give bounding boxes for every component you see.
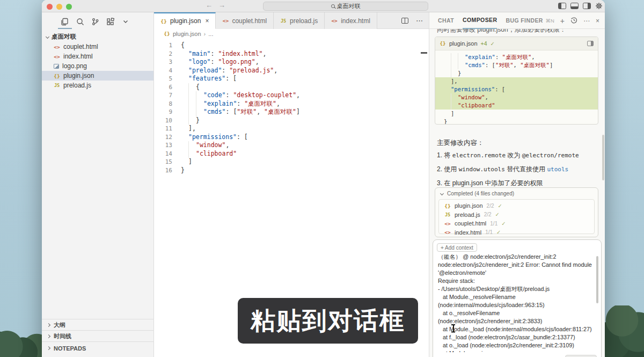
error-line: node:electron/js2c/renderer_init:2 Error… <box>438 261 594 269</box>
submit-button[interactable]: submit ↵ <box>565 355 597 357</box>
source-control-icon[interactable] <box>90 16 100 27</box>
file-item-index.html[interactable]: <>index.html <box>42 52 153 61</box>
line-number: 6 <box>154 83 172 92</box>
close-window-button[interactable] <box>47 4 53 10</box>
error-line: （匿名） @ node:electron/js2c/renderer_init:… <box>438 253 594 261</box>
toggle-right-sidebar-icon[interactable] <box>583 3 591 9</box>
code-token: : [ <box>226 108 237 116</box>
sidebar-view-switcher <box>42 12 153 30</box>
change-count: 1/1 <box>485 229 493 235</box>
composer-panel: CHAT COMPOSER BUG FINDER ⌘N + ⋯ × 同时需要修改… <box>429 12 605 357</box>
code-line: { <box>181 83 429 92</box>
file-item-couplet.html[interactable]: <>couplet.html <box>42 42 153 52</box>
forward-arrow-icon[interactable]: → <box>218 1 225 9</box>
code-token: ] <box>451 110 454 118</box>
check-icon: ✓ <box>495 212 500 217</box>
extensions-icon[interactable] <box>105 16 115 27</box>
inline-code: @electron/remote <box>522 152 579 159</box>
new-chat-icon[interactable]: + <box>560 17 565 25</box>
minimize-window-button[interactable] <box>56 4 62 10</box>
maximize-window-button[interactable] <box>66 4 72 10</box>
search-view-icon[interactable] <box>75 16 85 27</box>
file-tree: <>couplet.html<>index.htmllogo.png{}plug… <box>42 42 153 90</box>
history-icon[interactable] <box>570 17 577 25</box>
subtitle-text: 粘贴到对话框 <box>251 304 405 338</box>
indent-guide <box>458 61 465 69</box>
code-line: ], <box>435 77 598 85</box>
tab-close-icon[interactable]: × <box>205 17 209 25</box>
code-token: , <box>485 93 488 101</box>
image-file-icon <box>54 64 59 69</box>
diff-code-body: "explain": "桌面对联","cmds": ["对联", "桌面对联"]… <box>435 50 598 125</box>
indent-guide <box>451 93 458 101</box>
line-number-gutter: 12345678910111213141516 <box>154 41 172 174</box>
code-line: "logo": "logo.png", <box>181 58 429 67</box>
completed-file-plugin.json[interactable]: {}plugin.json2/2✓ <box>439 201 594 210</box>
file-item-plugin.json[interactable]: {}plugin.json <box>42 71 153 81</box>
code-token: "桌面对联" <box>502 53 532 61</box>
code-token: { <box>196 83 200 92</box>
sidebar-section-outline[interactable]: 大纲 <box>42 319 153 330</box>
tree-root-folder[interactable]: 桌面对联 <box>42 31 153 42</box>
toggle-left-sidebar-icon[interactable] <box>558 3 566 9</box>
html-file-icon: <> <box>444 229 451 235</box>
file-name: index.html <box>455 229 481 236</box>
tab-label: preload.js <box>290 17 318 25</box>
input-scrollbar[interactable] <box>596 256 598 303</box>
completed-file-index.html[interactable]: <>index.html1/1✓ <box>439 228 594 237</box>
code-line: "clipboard" <box>435 101 598 110</box>
split-editor-icon[interactable] <box>401 18 408 24</box>
breadcrumb[interactable]: {} plugin.json › ... <box>154 29 429 38</box>
add-context-button[interactable]: + Add context <box>437 243 477 252</box>
back-arrow-icon[interactable]: ← <box>206 1 213 9</box>
code-token: "cmds" <box>465 61 485 69</box>
code-token: "clipboard" <box>196 150 237 158</box>
tab-plugin.json[interactable]: {}plugin.json× <box>154 12 216 29</box>
pasted-error-text[interactable]: （匿名） @ node:electron/js2c/renderer_init:… <box>438 253 594 352</box>
completed-file-preload.js[interactable]: JSpreload.js2/2✓ <box>439 210 594 220</box>
file-item-preload.js[interactable]: JSpreload.js <box>42 81 153 90</box>
file-item-logo.png[interactable]: logo.png <box>42 61 153 71</box>
code-line: "features": [ <box>181 75 429 83</box>
tab-couplet.html[interactable]: <>couplet.html <box>216 12 274 29</box>
completed-header[interactable]: Completed (4 files changed) <box>435 188 598 199</box>
code-token: } <box>444 118 447 125</box>
command-center-search[interactable]: 桌面对联 <box>263 2 428 11</box>
sidebar-section-notepads[interactable]: NOTEPADS <box>42 341 153 357</box>
code-token: "desktop-couplet" <box>233 91 296 100</box>
tab-label: plugin.json <box>170 17 201 25</box>
tab-bug-finder[interactable]: BUG FINDER <box>506 12 543 29</box>
toggle-bottom-panel-icon[interactable] <box>570 3 579 9</box>
code-line: "cmds": ["对联", "桌面对联"] <box>181 108 429 116</box>
panel-scrollbar[interactable] <box>602 135 604 180</box>
explorer-icon[interactable] <box>59 16 70 27</box>
summary-text: 替代直接使用 <box>505 165 547 173</box>
file-name: plugin.json <box>63 72 94 79</box>
editor-more-actions-icon[interactable]: ⋯ <box>416 17 423 25</box>
tab-chat[interactable]: CHAT <box>438 12 454 29</box>
code-line: } <box>444 118 598 125</box>
scroll-position-marker[interactable] <box>421 52 427 54</box>
diff-card-header[interactable]: {} plugin.json +4 ✓ <box>435 37 598 50</box>
indent-guide <box>181 133 188 142</box>
tab-index.html[interactable]: <>index.html <box>325 12 377 29</box>
panel-close-icon[interactable]: × <box>596 17 599 25</box>
error-line: at o._load (node:electron/js2c/renderer_… <box>438 341 594 349</box>
line-number: 4 <box>154 67 172 75</box>
open-file-icon[interactable] <box>587 41 594 46</box>
diff-code-card: {} plugin.json +4 ✓ "explain": "桌面对联","c… <box>435 37 598 125</box>
code-token: : <box>211 50 218 59</box>
sidebar-section-timeline[interactable]: 时间线 <box>42 330 153 341</box>
chat-input-box[interactable]: + Add context （匿名） @ node:electron/js2c/… <box>433 239 602 357</box>
tab-composer[interactable]: COMPOSER <box>463 12 497 29</box>
tab-preload.js[interactable]: JSpreload.js <box>274 12 325 29</box>
code-token: : <box>222 67 229 75</box>
code-line: ] <box>181 158 429 166</box>
chevron-down-icon[interactable] <box>120 16 131 27</box>
chevron-right-icon <box>47 323 50 326</box>
breadcrumb-separator: › <box>204 31 206 37</box>
panel-more-icon[interactable]: ⋯ <box>583 17 590 25</box>
completed-file-couplet.html[interactable]: <>couplet.html1/1✓ <box>439 219 594 228</box>
settings-gear-icon[interactable] <box>595 2 603 12</box>
summary-item: 2. 使用 window.utools 替代直接使用 utools <box>437 165 602 174</box>
